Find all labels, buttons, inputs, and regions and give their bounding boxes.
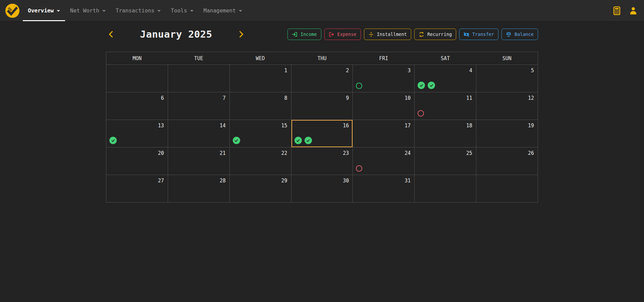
day-number: 26 xyxy=(528,150,534,156)
legend-button-income[interactable]: Income xyxy=(287,29,321,40)
day-cell-30[interactable]: 30 xyxy=(291,175,353,203)
day-number: 16 xyxy=(343,123,349,129)
chevron-down-icon xyxy=(102,10,106,12)
nav-item-management[interactable]: Management xyxy=(199,0,247,21)
day-markers xyxy=(233,137,240,144)
nav-item-transactions[interactable]: Transactions xyxy=(111,0,166,21)
day-cell-12[interactable]: 12 xyxy=(476,92,538,120)
day-number: 12 xyxy=(528,95,534,101)
day-number: 6 xyxy=(161,95,164,101)
nav-item-label: Overview xyxy=(28,7,54,14)
main-nav: OverviewNet WorthTransactionsToolsManage… xyxy=(23,0,247,21)
day-cell-10[interactable]: 10 xyxy=(353,92,415,120)
day-cell-28[interactable]: 28 xyxy=(168,175,229,203)
nav-item-net-worth[interactable]: Net Worth xyxy=(65,0,111,21)
calendar-week-row: 13141516171819 xyxy=(106,120,538,147)
weekday-header-wed: WED xyxy=(229,52,291,65)
day-cell-2[interactable]: 2 xyxy=(291,65,353,92)
day-cell-13[interactable]: 13 xyxy=(106,120,168,147)
day-cell-25[interactable]: 25 xyxy=(415,147,476,175)
day-cell-3[interactable]: 3 xyxy=(353,65,415,92)
day-cell-8[interactable]: 8 xyxy=(229,92,291,120)
legend-button-installment[interactable]: Installment xyxy=(364,29,411,40)
paid-check-icon xyxy=(418,82,425,89)
day-cell-empty xyxy=(415,175,476,203)
day-cell-21[interactable]: 21 xyxy=(168,147,229,175)
calendar-week-row: 6789101112 xyxy=(106,92,538,120)
day-cell-4[interactable]: 4 xyxy=(415,65,476,92)
day-cell-11[interactable]: 11 xyxy=(415,92,476,120)
day-cell-20[interactable]: 20 xyxy=(106,147,168,175)
day-cell-empty xyxy=(476,175,538,203)
day-number: 27 xyxy=(158,178,164,184)
day-cell-22[interactable]: 22 xyxy=(229,147,291,175)
paid-check-icon xyxy=(428,82,435,89)
legend-bar: IncomeExpenseInstallmentRecurringTransfe… xyxy=(287,29,538,40)
day-cell-27[interactable]: 27 xyxy=(106,175,168,203)
day-number: 30 xyxy=(343,178,349,184)
day-markers xyxy=(356,83,362,89)
calculator-icon[interactable] xyxy=(612,6,621,15)
wallet-logo-icon[interactable] xyxy=(5,3,20,18)
day-cell-26[interactable]: 26 xyxy=(476,147,538,175)
nav-item-label: Net Worth xyxy=(70,7,99,14)
day-cell-29[interactable]: 29 xyxy=(229,175,291,203)
prev-month-button[interactable] xyxy=(106,30,116,39)
paid-check-icon xyxy=(233,137,240,144)
income-due-circle-icon xyxy=(356,83,362,89)
weekday-header-sat: SAT xyxy=(415,52,476,65)
day-number: 14 xyxy=(220,123,226,129)
day-number: 8 xyxy=(284,95,287,101)
day-number: 9 xyxy=(346,95,349,101)
day-number: 4 xyxy=(469,68,472,74)
day-cell-16[interactable]: 16 xyxy=(291,120,353,147)
day-cell-7[interactable]: 7 xyxy=(168,92,229,120)
day-cell-17[interactable]: 17 xyxy=(353,120,415,147)
day-cell-24[interactable]: 24 xyxy=(353,147,415,175)
legend-button-recurring[interactable]: Recurring xyxy=(414,29,456,40)
chevron-down-icon xyxy=(57,10,60,12)
day-cell-9[interactable]: 9 xyxy=(291,92,353,120)
day-cell-19[interactable]: 19 xyxy=(476,120,538,147)
day-number: 18 xyxy=(466,123,472,129)
paid-check-icon xyxy=(294,137,302,144)
navbar-right xyxy=(612,0,639,21)
month-title: January 2025 xyxy=(140,29,212,40)
day-number: 22 xyxy=(281,150,287,156)
day-cell-14[interactable]: 14 xyxy=(168,120,229,147)
legend-button-balance[interactable]: Balance xyxy=(501,29,538,40)
day-markers xyxy=(294,137,312,144)
day-markers xyxy=(356,165,362,172)
nav-item-tools[interactable]: Tools xyxy=(166,0,198,21)
legend-label: Transfer xyxy=(472,32,494,37)
weekday-header-mon: MON xyxy=(106,52,168,65)
day-number: 10 xyxy=(405,95,411,101)
day-markers xyxy=(109,137,117,144)
top-navbar: OverviewNet WorthTransactionsToolsManage… xyxy=(0,0,644,21)
month-navigation: January 2025 xyxy=(106,29,246,40)
day-markers xyxy=(418,82,435,89)
expense-due-circle-icon xyxy=(356,165,362,172)
divide-icon xyxy=(368,32,374,37)
nav-item-overview[interactable]: Overview xyxy=(23,0,65,21)
day-markers xyxy=(418,110,424,117)
next-month-button[interactable] xyxy=(236,30,246,39)
day-number: 2 xyxy=(346,68,349,74)
day-number: 29 xyxy=(281,178,287,184)
day-number: 11 xyxy=(466,95,472,101)
user-icon[interactable] xyxy=(629,6,638,15)
day-cell-23[interactable]: 23 xyxy=(291,147,353,175)
day-cell-18[interactable]: 18 xyxy=(415,120,476,147)
day-cell-15[interactable]: 15 xyxy=(229,120,291,147)
day-number: 23 xyxy=(343,150,349,156)
calendar-page: January 2025 IncomeExpenseInstallmentRec… xyxy=(106,28,538,203)
legend-button-expense[interactable]: Expense xyxy=(324,29,361,40)
day-cell-31[interactable]: 31 xyxy=(353,175,415,203)
day-cell-5[interactable]: 5 xyxy=(476,65,538,92)
legend-button-transfer[interactable]: Transfer xyxy=(459,29,498,40)
day-cell-empty xyxy=(106,65,168,92)
day-number: 21 xyxy=(220,150,226,156)
box-arrow-in-right-icon xyxy=(292,32,298,37)
day-cell-1[interactable]: 1 xyxy=(229,65,291,92)
day-cell-6[interactable]: 6 xyxy=(106,92,168,120)
